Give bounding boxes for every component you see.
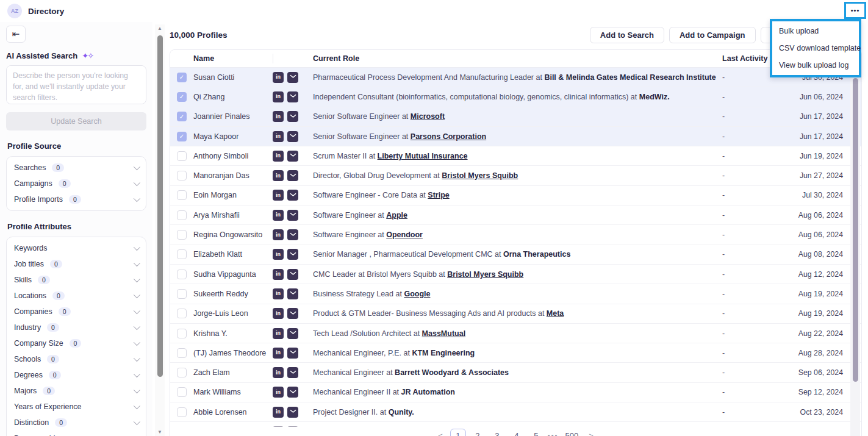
profile-name[interactable]: Abbie Lorensen [193,408,273,416]
row-checkbox[interactable] [177,171,187,180]
filter-item[interactable]: Years of Experience [14,399,138,415]
company-link[interactable]: MedWiz. [639,93,670,101]
linkedin-icon[interactable]: in [273,348,284,359]
email-icon[interactable] [287,210,298,221]
row-checkbox[interactable]: ✓ [177,92,187,102]
update-search-button[interactable]: Update Search [6,112,146,130]
company-link[interactable]: KTM Engineering [412,349,475,357]
pagination-page-button[interactable]: 5 [528,429,544,436]
profile-name[interactable]: Jorge-Luis Leon [193,309,273,318]
email-icon[interactable] [287,91,298,102]
row-checkbox[interactable]: ✓ [177,112,187,121]
profile-name[interactable]: Elizabeth Klatt [193,250,273,259]
table-scrollbar-thumb[interactable] [853,78,858,382]
row-checkbox[interactable] [177,348,187,358]
profile-name[interactable]: Maya Kapoor [193,132,273,141]
filter-item[interactable]: Majors 0 [14,383,138,399]
email-icon[interactable] [287,387,298,398]
sidebar-scrollbar[interactable]: ▲ ▼ [155,24,165,436]
row-checkbox[interactable] [177,289,187,299]
row-checkbox[interactable] [177,368,187,377]
filter-item[interactable]: Skills 0 [14,272,138,288]
linkedin-icon[interactable]: in [273,426,284,427]
table-scrollbar[interactable]: ▲ ▼ [850,70,860,436]
filter-item[interactable]: Degrees 0 [14,367,138,383]
row-checkbox[interactable] [177,151,187,161]
email-icon[interactable] [287,151,298,162]
company-link[interactable]: Apple [386,211,407,220]
filter-item[interactable]: Searches 0 [14,160,138,176]
profile-name[interactable]: Joannier Pinales [193,112,273,121]
company-link[interactable]: Google [404,290,430,298]
linkedin-icon[interactable]: in [273,91,284,102]
email-icon[interactable] [287,249,298,260]
filter-item[interactable]: Industry 0 [14,320,138,335]
company-link[interactable]: Stripe [428,191,449,199]
email-icon[interactable] [287,328,298,339]
company-link[interactable]: JR Automation [401,388,455,396]
profile-name[interactable]: Zach Elam [193,368,273,377]
scroll-down-icon[interactable]: ▼ [155,429,165,435]
email-icon[interactable] [287,269,298,280]
linkedin-icon[interactable]: in [273,229,284,240]
linkedin-icon[interactable]: in [273,131,284,142]
row-checkbox[interactable] [177,270,187,279]
linkedin-icon[interactable]: in [273,170,284,181]
company-link[interactable]: Parsons Corporation [411,132,486,141]
linkedin-icon[interactable]: in [273,111,284,122]
filter-item[interactable]: Demographics [14,431,138,436]
pagination-prev-icon[interactable]: < [434,431,447,436]
row-checkbox[interactable] [177,210,187,220]
linkedin-icon[interactable]: in [273,407,284,418]
row-checkbox[interactable] [177,230,187,240]
email-icon[interactable] [287,190,298,201]
row-checkbox[interactable] [177,309,187,318]
company-link[interactable]: Qunity. [389,408,414,416]
email-icon[interactable] [287,131,298,142]
row-checkbox[interactable] [177,190,187,200]
dropdown-menu-item[interactable]: CSV download template [772,40,859,57]
row-checkbox[interactable] [177,407,187,417]
pagination-next-icon[interactable]: > [585,431,597,436]
company-link[interactable]: Barrett Woodyard & Associates [395,368,509,377]
linkedin-icon[interactable]: in [273,269,284,280]
row-checkbox[interactable] [177,387,187,397]
filter-item[interactable]: Distinction 0 [14,415,138,431]
company-link[interactable]: Bristol Myers Squibb [442,171,518,180]
company-link[interactable]: Orna Therapeutics [503,250,570,259]
profile-name[interactable]: Eoin Morgan [193,191,273,199]
linkedin-icon[interactable]: in [273,328,284,339]
more-actions-button[interactable]: ••• [844,2,866,19]
company-link[interactable]: MassMutual [422,329,466,338]
company-link[interactable]: Bill & Melinda Gates Medical Research In… [544,73,716,82]
filter-item[interactable]: Schools 0 [14,351,138,367]
filter-item[interactable]: Companies 0 [14,304,138,320]
profile-name[interactable]: Sudha Vippagunta [193,270,273,279]
profile-name[interactable]: Manoranjan Das [193,171,273,180]
email-icon[interactable] [287,308,298,319]
profile-name[interactable]: Regina Ongowarsito [193,231,273,239]
add-to-campaign-button[interactable]: Add to Campaign [669,27,756,43]
row-checkbox[interactable] [177,249,187,259]
company-link[interactable]: Microsoft [411,112,445,121]
add-to-search-button[interactable]: Add to Search [590,27,664,43]
pagination-page-button[interactable]: 3 [489,429,505,436]
profile-name[interactable]: Krishna Y. [193,329,273,338]
linkedin-icon[interactable]: in [273,190,284,201]
dropdown-menu-item[interactable]: Bulk upload [772,23,859,40]
email-icon[interactable] [287,426,298,427]
company-link[interactable]: Meta [547,309,564,318]
profile-name[interactable]: (TJ) James Theodore [193,349,273,357]
email-icon[interactable] [287,288,298,299]
profile-name[interactable]: Arya Mirshafii [193,211,273,220]
filter-item[interactable]: Campaigns 0 [14,176,138,191]
email-icon[interactable] [287,367,298,378]
email-icon[interactable] [287,229,298,240]
profile-name[interactable]: Susan Ciotti [193,73,273,82]
linkedin-icon[interactable]: in [273,72,284,83]
company-link[interactable]: Opendoor [386,231,423,239]
scroll-up-icon[interactable]: ▲ [155,26,165,31]
company-link[interactable]: Liberty Mutual Insurance [378,152,468,160]
dropdown-menu-item[interactable]: View bulk upload log [772,57,859,74]
email-icon[interactable] [287,170,298,181]
